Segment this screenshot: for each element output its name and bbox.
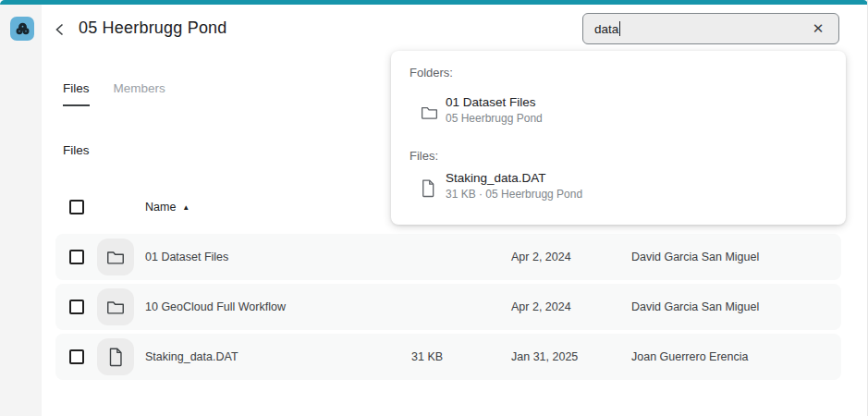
back-button[interactable] [50,19,70,40]
folder-icon [105,297,126,317]
dropdown-files-label: Files: [410,149,438,163]
result-title: Staking_data.DAT [446,171,546,185]
row-icon-chip [97,288,134,325]
row-icon-chip [97,338,134,375]
folder-icon [420,103,439,122]
search-result-folder[interactable]: 01 Dataset Files 05 Heerbrugg Pond [391,93,846,134]
search-result-file[interactable]: Staking_data.DAT 31 KB · 05 Heerbrugg Po… [391,169,846,210]
file-name: Staking_data.DAT [145,350,238,363]
row-checkbox[interactable] [69,349,84,364]
row-checkbox[interactable] [69,300,84,314]
search-results-dropdown: Folders: 01 Dataset Files 05 Heerbrugg P… [391,51,846,225]
table-row[interactable]: 10 GeoCloud Full Workflow Apr 2, 2024 Da… [55,284,841,330]
table-row[interactable]: Staking_data.DAT 31 KB Jan 31, 2025 Joan… [55,334,841,380]
name-column-header[interactable]: Name ▲ [145,201,189,214]
file-date: Jan 31, 2025 [511,350,578,363]
app-logo[interactable] [10,17,34,41]
result-subtitle: 05 Heerbrugg Pond [446,112,543,125]
file-name: 01 Dataset Files [145,251,228,263]
file-date: Apr 2, 2024 [511,251,571,263]
window-top-accent [0,0,868,5]
name-header-label: Name [145,201,176,214]
clear-search-icon[interactable]: ✕ [809,19,827,38]
text-caret [619,21,620,36]
files-section-label: Files [63,143,90,157]
file-size: 31 KB [411,350,443,363]
geocloud-logo-icon [14,20,31,38]
search-input[interactable]: data ✕ [582,13,839,44]
back-chevron-icon [53,22,67,37]
dropdown-folders-label: Folders: [410,66,453,80]
file-owner: David Garcia San Miguel [631,300,759,313]
search-input-value: data [594,22,618,36]
select-all-checkbox[interactable] [69,200,84,214]
file-table: 01 Dataset Files Apr 2, 2024 David Garci… [55,234,841,384]
tab-files[interactable]: Files [63,81,90,106]
sort-ascending-icon: ▲ [182,203,189,212]
tab-bar: Files Members [63,81,165,106]
table-row[interactable]: 01 Dataset Files Apr 2, 2024 David Garci… [55,234,841,280]
file-name: 10 GeoCloud Full Workflow [145,300,286,313]
file-icon [420,178,436,198]
file-owner: Joan Guerrero Erencia [631,350,748,363]
row-checkbox[interactable] [69,250,84,264]
left-rail [0,5,42,416]
result-title: 01 Dataset Files [446,95,536,109]
tab-members[interactable]: Members [114,81,165,106]
result-subtitle: 31 KB · 05 Heerbrugg Pond [446,188,582,201]
row-icon-chip [97,239,134,275]
file-date: Apr 2, 2024 [511,300,571,313]
folder-icon [105,247,126,267]
file-owner: David Garcia San Miguel [631,251,759,263]
page-title: 05 Heerbrugg Pond [79,18,227,38]
file-icon [106,347,125,367]
